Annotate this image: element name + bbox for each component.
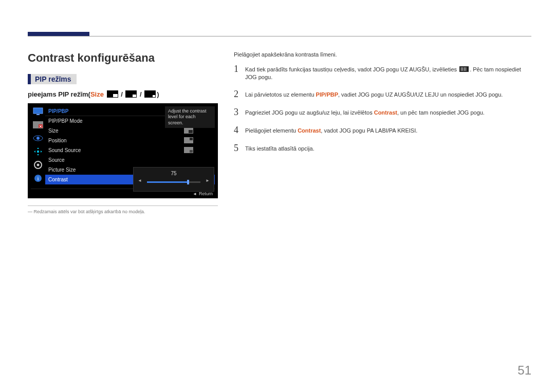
- position-value-icon: [184, 137, 193, 143]
- right-column: Pielāgojiet apakšekrāna kontrasta līmeni…: [234, 51, 531, 161]
- size-icon-large: [107, 90, 118, 98]
- eye-icon: [32, 133, 44, 143]
- step-number: 5: [234, 143, 245, 154]
- monitor-icon: [32, 106, 44, 117]
- footnote-rule: [28, 206, 218, 206]
- step-number: 4: [234, 125, 245, 136]
- sep-1: /: [119, 90, 125, 98]
- left-column: Contrast konfigurēšana PIP režīms pieeja…: [28, 51, 223, 214]
- step-5: 5 Tiks iestatīta atlasītā opcija.: [234, 143, 531, 154]
- page-title: Contrast konfigurēšana: [28, 51, 223, 65]
- return-label[interactable]: Return: [199, 191, 213, 196]
- move-icon: [32, 146, 44, 157]
- step-3: 3 Pagrieziet JOG pogu uz augšu/uz leju, …: [234, 107, 531, 118]
- availability-line: pieejams PIP režīm(Size / / ): [28, 90, 223, 98]
- step-text: Pielāgojiet elementu Contrast, vadot JOG…: [245, 125, 417, 135]
- sound-value-icon: [184, 147, 193, 153]
- subsection-pip-mode: PIP režīms: [28, 74, 77, 84]
- osd-slider-track[interactable]: [147, 181, 200, 183]
- pip-x-icon: [32, 120, 44, 130]
- svg-rect-1: [36, 114, 40, 115]
- svg-rect-0: [33, 108, 43, 114]
- osd-screenshot: i PIP/PBP PIP/PBP ModeOn Size Position S…: [28, 103, 218, 198]
- osd-slider-thumb[interactable]: [187, 180, 189, 184]
- step-1: 1 Kad tiek parādīts funkcijas taustiņu c…: [234, 64, 531, 82]
- step-number: 1: [234, 64, 245, 74]
- menu-bars-icon: [459, 66, 469, 72]
- osd-item-position[interactable]: Position: [45, 136, 215, 145]
- osd-slider-fill: [147, 181, 187, 183]
- header-rule: [28, 36, 531, 36]
- svg-rect-6: [37, 151, 39, 153]
- step-text: Pagrieziet JOG pogu uz augšu/uz leju, la…: [245, 107, 485, 117]
- osd-item-source[interactable]: Source: [45, 155, 215, 165]
- osd-slider-value: 75: [138, 171, 210, 176]
- header-accent-bar: [28, 32, 89, 36]
- step-2: 2 Lai pārvietotos uz elementu PIP/PBP, v…: [234, 89, 531, 100]
- osd-sidebar: i: [31, 106, 45, 186]
- avail-size-word: Size: [90, 90, 104, 98]
- return-arrow-icon[interactable]: ◄: [193, 192, 197, 196]
- step-text: Kad tiek parādīts funkcijas taustiņu ceļ…: [245, 64, 531, 82]
- steps-list: 1 Kad tiek parādīts funkcijas taustiņu c…: [234, 64, 531, 154]
- svg-text:i: i: [37, 175, 39, 181]
- slider-left-arrow-icon[interactable]: ◄: [138, 178, 142, 183]
- svg-point-5: [36, 137, 40, 140]
- step-number: 2: [234, 89, 245, 100]
- step-text: Lai pārvietotos uz elementu PIP/PBP, vad…: [245, 89, 503, 99]
- size-icon-medium: [125, 90, 137, 98]
- sep-2: /: [138, 90, 143, 98]
- osd-tooltip: Adjust the contrast level for each scree…: [165, 106, 215, 128]
- size-icon-small: [144, 90, 156, 98]
- intro-text: Pielāgojiet apakšekrāna kontrasta līmeni…: [234, 51, 531, 58]
- step-4: 4 Pielāgojiet elementu Contrast, vadot J…: [234, 125, 531, 136]
- size-value-icon: [184, 127, 193, 134]
- osd-slider-popup: 75 ◄ ►: [133, 167, 214, 192]
- step-text: Tiks iestatīta atlasītā opcija.: [245, 143, 314, 153]
- info-icon: i: [32, 173, 44, 183]
- avail-close-paren: ): [157, 90, 159, 98]
- step-number: 3: [234, 107, 245, 118]
- page-number: 51: [517, 363, 531, 378]
- footnote-text: ― Redzamais attēls var būt atšķirīgs atk…: [28, 209, 223, 214]
- gear-icon: [32, 160, 44, 170]
- svg-point-8: [37, 164, 40, 166]
- avail-prefix: pieejams PIP režīm: [28, 90, 88, 98]
- osd-item-sound[interactable]: Sound Source: [45, 145, 215, 155]
- slider-right-arrow-icon[interactable]: ►: [206, 178, 210, 183]
